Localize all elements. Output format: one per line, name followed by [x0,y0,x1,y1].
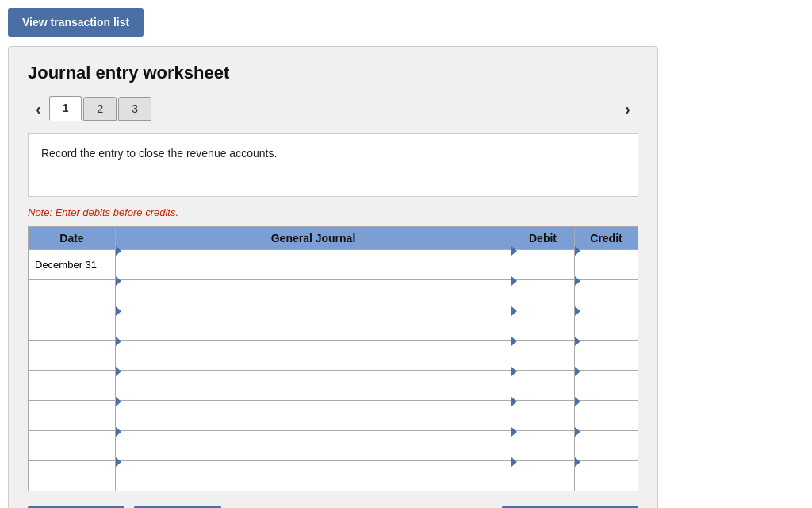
instruction-box: Record the entry to close the revenue ac… [28,133,638,197]
journal-cell-0[interactable] [116,250,511,280]
date-cell-7 [29,461,116,491]
triangle-icon [511,246,517,256]
journal-input-2[interactable] [116,316,511,345]
credit-input-3[interactable] [575,346,638,375]
table-row: December 31 [29,250,638,280]
debit-input-3[interactable] [511,346,574,375]
date-cell-4 [29,371,116,401]
tab-2[interactable]: 2 [83,97,117,121]
header-date: Date [29,227,116,250]
header-debit: Debit [511,227,575,250]
journal-input-6[interactable] [116,437,511,466]
journal-input-0[interactable] [116,256,511,285]
journal-input-5[interactable] [116,406,511,436]
journal-input-7[interactable] [116,467,511,496]
date-cell-1 [29,280,116,310]
date-cell-2 [29,310,116,341]
triangle-icon [575,246,580,256]
journal-input-3[interactable] [116,346,511,375]
tabs-navigation: ‹ 1 2 3 › [28,96,638,121]
date-cell-0: December 31 [29,250,116,280]
tab-prev-arrow[interactable]: ‹ [28,98,49,120]
debit-input-5[interactable] [511,406,574,436]
credit-input-7[interactable] [575,467,638,496]
debit-cell-0[interactable] [511,250,575,280]
tab-3[interactable]: 3 [118,97,151,121]
header-general-journal: General Journal [116,227,511,250]
credit-input-5[interactable] [575,406,638,436]
date-cell-6 [29,431,116,461]
tab-next-arrow[interactable]: › [617,98,638,120]
credit-input-4[interactable] [575,376,638,406]
view-transaction-list-button[interactable]: View transaction list [8,8,144,37]
debit-input-7[interactable] [511,467,574,496]
journal-table: Date General Journal Debit Credit Decemb… [28,226,638,491]
debit-input-4[interactable] [511,376,574,406]
worksheet-title: Journal entry worksheet [28,63,638,83]
journal-input-1[interactable] [116,286,511,315]
credit-cell-0[interactable] [575,250,638,280]
debit-input-1[interactable] [511,286,574,315]
header-credit: Credit [575,227,638,250]
credit-input-2[interactable] [575,316,638,345]
instruction-text: Record the entry to close the revenue ac… [41,147,277,160]
credit-input-0[interactable] [575,256,638,285]
credit-input-1[interactable] [575,286,638,315]
triangle-icon [116,246,121,256]
date-cell-5 [29,401,116,431]
tab-1[interactable]: 1 [49,96,82,121]
debit-input-2[interactable] [511,316,574,345]
journal-input-4[interactable] [116,376,511,406]
debit-input-6[interactable] [511,437,574,466]
note-text: Note: Enter debits before credits. [28,206,638,218]
debit-input-0[interactable] [511,256,574,285]
date-cell-3 [29,341,116,371]
credit-input-6[interactable] [575,437,638,466]
worksheet-card: Journal entry worksheet ‹ 1 2 3 › Record… [8,46,658,508]
